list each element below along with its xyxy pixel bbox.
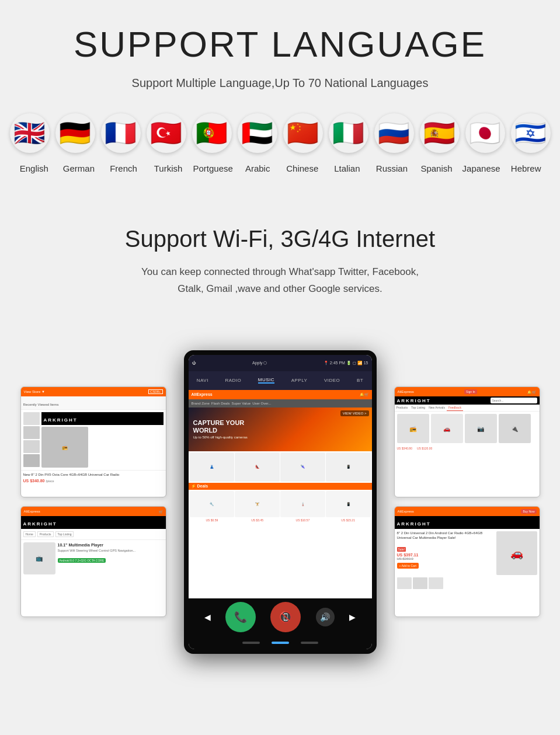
cat-users: User Over... [252,402,271,405]
tr-price2: US $120.00 [417,447,432,450]
device-container: View Store ▼ CS08+ Recently Viewed Items [12,339,548,666]
phone-hero-banner: CAPTURE YOURWORLD Up to 50% off high-qua… [189,407,372,451]
phone-navrow: NAVI RADIO MUSIC APPLY VIDEO BT [189,371,372,390]
product-desc-bl: Support Wifi Steering Wheel Control GPS … [58,549,164,553]
tab-products[interactable]: Products [37,531,54,537]
ali-bottom-left-badge: 🛒 [159,510,163,514]
deal1: 👗 [190,452,235,482]
cat-flash: Flash Deals [211,402,230,405]
arkright-logo-tl: ARKRIGHT [44,417,78,423]
phone-deals-row: 👗 👠 🌂 📱 [189,451,372,483]
section-subtitle: Support Multiple Language,Up To 70 Natio… [12,76,548,90]
br-buttons: + Add to Cart [397,563,495,569]
lang-russian: Russian [370,163,415,173]
german-flag: 🇩🇪 [55,113,95,153]
nav-apply[interactable]: APPLY [291,378,308,383]
phone-topbar: ⏻ Apply ⬡ 📍 2:45 PM 🔋 ◻ 📶 15 [189,355,372,371]
br-sale-badge: Sale! [397,547,406,552]
nav-bt[interactable]: BT [357,378,363,383]
nav-music[interactable]: MUSIC [258,377,274,384]
br-product-area: 8" 2 Din Universal 2 Din Android Car Rad… [395,529,540,577]
arkright-logo-tr: ARKRIGHT [397,398,431,403]
lang-italian: Ltalian [325,163,370,173]
product-image-bl: 📺 [23,542,55,574]
thumb1 [23,412,40,425]
price-4: US $15.21 [326,518,371,522]
br-thumb2 [413,577,427,589]
phone-power: ⏻ [192,361,196,365]
screenshot-top-right: AliExpress Sign In 🔔 🛒 ARKRIGHT Products… [394,386,540,497]
lang-spanish: Spanish [414,163,459,173]
nav-video[interactable]: VIDEO [324,378,340,383]
nav-navi[interactable]: NAVI [197,378,208,383]
tr-price-row: US $340.80 US $120.00 [395,445,540,451]
ali-tr-name: AliExpress [398,390,414,393]
section-title: SUPPORT LANGUAGE [12,23,548,65]
volume-button[interactable]: 🔊 [316,608,335,626]
hebrew-flag: 🇮🇱 [511,113,551,153]
add-to-cart-button[interactable]: + Add to Cart [397,563,419,569]
hangup-button[interactable]: 📵 [270,602,301,632]
cat-brand: Brand Zone [192,402,210,405]
phone-button[interactable]: 📞 [225,602,256,632]
tr-prod3: 📷 [465,414,497,443]
russian-flag: 🇷🇺 [374,113,414,153]
chinese-flag: 🇨🇳 [283,113,323,153]
br-price1: US $397.11 [397,553,495,557]
ali-bottom-left-title: AliExpress [24,510,40,513]
tab-home[interactable]: Home [23,531,36,537]
phone-controls: ◀ 📞 📵 🔊 ▶ [189,598,372,636]
deal4: 📱 [326,452,371,482]
home-dot-2 [272,642,289,644]
br-product-image: 🚗 [496,531,537,575]
arkright-logo-br: ARKRIGHT [397,521,431,527]
search-input-tr[interactable] [491,398,537,403]
ali-tr-btn: Sign In [464,389,477,394]
hero-subtitle: Up to 50% off high-quality cameras [193,436,248,439]
flags-row: 🇬🇧 🇩🇪 🇫🇷 🇹🇷 🇵🇹 🇦🇪 🇨🇳 🇮🇹 🇷🇺 🇪🇸 🇯🇵 🇮🇱 [12,113,548,153]
tab-tr-toplisting[interactable]: Top Listing [409,405,427,411]
tr-nav-tabs: Products Top Listing New Arrivals Feedba… [395,405,540,412]
nav-left-arrow[interactable]: ◀ [204,612,211,622]
ali-store-title: View Store ▼ [24,390,46,393]
arkright-logo-bl: ARKRIGHT [23,521,57,527]
screenshot-bottom-left: AliExpress 🛒 ARKRIGHT Home Products Top … [20,506,166,617]
hero-button[interactable]: VIEW VIDEO > [340,410,369,416]
br-thumb1 [397,577,412,589]
price-1: US $0.59 [190,518,235,522]
ali-phone-logo: AliExpress [192,392,213,396]
tr-price1: US $340.80 [397,447,412,450]
turkish-flag: 🇹🇷 [147,113,186,153]
thumb4 [23,454,40,467]
br-product-desc: 8" 2 Din Universal 2 Din Android Car Rad… [397,531,495,541]
italian-flag: 🇮🇹 [329,113,368,153]
home-dot-1 [242,642,260,644]
deals-label: ⚡ Deals [191,484,208,489]
center-phone: ⏻ Apply ⬡ 📍 2:45 PM 🔋 ◻ 📶 15 NAVI RADIO … [184,350,377,654]
nav-radio[interactable]: RADIO [225,378,241,383]
wifi-title: Support Wi-Fi, 3G/4G Internet [23,226,537,252]
deals-label-row: ⚡ Deals [189,483,372,490]
right-screenshots: AliExpress Sign In 🔔 🛒 ARKRIGHT Products… [394,386,540,617]
nav-right-arrow[interactable]: ▶ [349,612,356,622]
lang-french: French [101,163,146,173]
tab-toplisting[interactable]: Top Listing [55,531,74,537]
product-p3: 🌡️ [280,491,325,517]
tab-tr-newarrivals[interactable]: New Arrivals [427,405,447,411]
product-price-tl: US $340.80 /piece [23,479,164,483]
thumb3 [23,440,40,453]
wifi-section: Support Wi-Fi, 3G/4G Internet You can ke… [0,208,560,333]
product-p1: 🔧 [190,491,235,517]
french-flag: 🇫🇷 [101,113,141,153]
product-name-bl: 10.1" Multimedia Player [58,542,164,548]
product-image-tl: 📻 [41,427,88,468]
screenshot-bottom-right: AliExpress Buy Now ARKRIGHT 8" 2 Din Uni… [394,506,540,617]
ali-tr-icons: 🔔 🛒 [527,390,537,394]
tab-tr-feedback[interactable]: Feedback [447,405,463,411]
ali-phone-icons: 🔔 🛒 [360,392,369,396]
ali-br-name: AliExpress [398,510,414,513]
lang-chinese: Chinese [280,163,325,173]
price-2: US $3.45 [235,518,280,522]
phone-home-bar [189,636,372,649]
tab-tr-products[interactable]: Products [395,405,410,411]
